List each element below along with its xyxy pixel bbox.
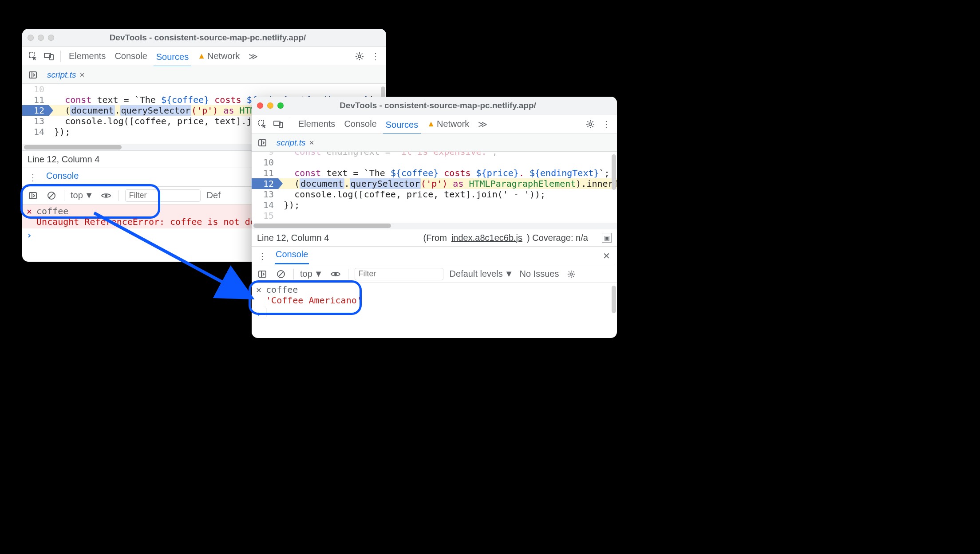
tab-console[interactable]: Console bbox=[341, 117, 379, 131]
from-label: (From bbox=[423, 233, 447, 243]
cursor-position: Line 12, Column 4 bbox=[257, 233, 329, 243]
context-select[interactable]: top▼ bbox=[71, 190, 94, 200]
svg-point-14 bbox=[589, 123, 592, 126]
context-select[interactable]: top▼ bbox=[300, 269, 323, 279]
gear-icon[interactable] bbox=[565, 268, 577, 280]
minimize-icon[interactable] bbox=[267, 102, 273, 109]
filter-input[interactable] bbox=[125, 189, 201, 202]
tabs-overflow-icon[interactable]: ≫ bbox=[475, 117, 490, 131]
device-toggle-icon[interactable] bbox=[43, 50, 55, 63]
console-result-row[interactable]: ✕ coffee 'Coffee Americano' bbox=[252, 283, 617, 307]
file-tab-label: script.ts bbox=[277, 138, 305, 148]
sidebar-toggle-icon[interactable] bbox=[27, 189, 39, 202]
cursor-position: Line 12, Column 4 bbox=[28, 154, 99, 165]
filter-input[interactable] bbox=[355, 268, 443, 280]
sidebar-toggle-icon[interactable] bbox=[256, 268, 269, 280]
line-number: 13 bbox=[252, 189, 278, 200]
line-number: 11 bbox=[22, 94, 49, 105]
tab-sources[interactable]: Sources bbox=[154, 50, 191, 67]
chevron-down-icon: ▼ bbox=[85, 190, 94, 200]
close-icon[interactable]: ✕ bbox=[600, 250, 612, 262]
file-tab-script[interactable]: script.ts × bbox=[43, 69, 88, 81]
tab-sources[interactable]: Sources bbox=[383, 118, 421, 135]
navigator-toggle-icon[interactable] bbox=[27, 69, 39, 81]
warning-icon: ▲ bbox=[427, 119, 435, 129]
code-line[interactable]: }); bbox=[278, 200, 617, 210]
tab-network[interactable]: ▲ Network bbox=[195, 49, 242, 63]
scrollbar-vertical[interactable] bbox=[612, 286, 616, 313]
more-icon[interactable]: ⋮ bbox=[27, 171, 39, 184]
titlebar[interactable]: DevTools - consistent-source-map-pc.netl… bbox=[252, 97, 617, 114]
clear-console-icon[interactable] bbox=[275, 268, 287, 280]
line-number: 12 bbox=[252, 178, 278, 189]
live-expression-icon[interactable] bbox=[100, 189, 112, 202]
chevron-down-icon: ▼ bbox=[314, 269, 323, 279]
code-line[interactable]: const text = `The ${coffee} costs ${pric… bbox=[278, 168, 617, 178]
warning-icon: ▲ bbox=[198, 51, 205, 61]
more-icon[interactable]: ⋮ bbox=[369, 50, 382, 63]
devtools-window-right: DevTools - consistent-source-map-pc.netl… bbox=[252, 97, 617, 338]
issues-label[interactable]: No Issues bbox=[519, 269, 559, 279]
close-icon[interactable] bbox=[28, 35, 34, 41]
tab-elements[interactable]: Elements bbox=[66, 49, 108, 63]
scrollbar-horizontal[interactable] bbox=[252, 223, 617, 229]
line-number: 12 bbox=[22, 105, 49, 116]
tabs-overflow-icon[interactable]: ≫ bbox=[246, 49, 261, 63]
more-icon[interactable]: ⋮ bbox=[256, 250, 269, 262]
titlebar[interactable]: DevTools - consistent-source-map-pc.netl… bbox=[22, 29, 386, 47]
close-icon[interactable]: × bbox=[309, 138, 314, 148]
tab-network-label: Network bbox=[207, 51, 240, 61]
console-expression: coffee bbox=[266, 284, 362, 295]
line-number: 10 bbox=[22, 84, 49, 94]
svg-line-20 bbox=[278, 271, 284, 277]
tab-console[interactable]: Console bbox=[112, 49, 150, 63]
drawer-tab-console[interactable]: Console bbox=[275, 248, 309, 264]
main-tabbar: Elements Console Sources ▲ Network ≫ ⋮ bbox=[22, 47, 386, 66]
tab-network[interactable]: ▲ Network bbox=[424, 117, 472, 131]
log-levels-select[interactable]: Def bbox=[207, 190, 221, 200]
file-tab-script[interactable]: script.ts × bbox=[273, 137, 318, 149]
line-number: 10 bbox=[252, 157, 278, 168]
drawer-header: ⋮ Console ✕ bbox=[252, 247, 617, 265]
drawer-tab-console[interactable]: Console bbox=[45, 169, 79, 186]
error-icon: ✕ bbox=[27, 206, 32, 216]
svg-rect-6 bbox=[29, 193, 36, 199]
line-number: 9 bbox=[252, 152, 278, 157]
device-toggle-icon[interactable] bbox=[272, 118, 285, 130]
svg-point-21 bbox=[334, 273, 337, 275]
minimize-icon[interactable] bbox=[38, 35, 44, 41]
inspect-icon[interactable] bbox=[27, 50, 39, 63]
tab-elements[interactable]: Elements bbox=[296, 117, 338, 131]
log-levels-select[interactable]: Default levels▼ bbox=[450, 269, 514, 279]
from-file-link[interactable]: index.a8c1ec6b.js bbox=[451, 233, 522, 243]
navigator-toggle-icon[interactable] bbox=[256, 137, 269, 149]
collapse-icon[interactable]: ▣ bbox=[602, 233, 612, 243]
svg-rect-4 bbox=[29, 72, 36, 78]
scrollbar-vertical[interactable] bbox=[612, 154, 616, 190]
clear-console-icon[interactable] bbox=[45, 189, 58, 202]
svg-rect-17 bbox=[259, 271, 266, 277]
code-editor[interactable]: 9 const endingText = it is expensive. ; … bbox=[252, 152, 617, 223]
svg-line-9 bbox=[49, 193, 54, 198]
file-tabbar: script.ts × bbox=[22, 66, 386, 84]
code-line-active[interactable]: (document.querySelector('p') as HTMLPara… bbox=[278, 178, 617, 189]
gear-icon[interactable] bbox=[584, 118, 597, 130]
close-icon[interactable]: × bbox=[79, 70, 84, 80]
svg-point-10 bbox=[105, 194, 107, 197]
line-number: 14 bbox=[252, 200, 278, 210]
zoom-icon[interactable] bbox=[277, 102, 284, 109]
tab-network-label: Network bbox=[437, 119, 469, 129]
zoom-icon[interactable] bbox=[48, 35, 54, 41]
coverage-label: ) Coverage: n/a bbox=[527, 233, 588, 243]
code-line[interactable]: const endingText = it is expensive. ; bbox=[278, 152, 617, 157]
file-tab-label: script.ts bbox=[47, 70, 76, 80]
live-expression-icon[interactable] bbox=[329, 268, 342, 280]
console-input[interactable]: › bbox=[252, 307, 617, 320]
more-icon[interactable]: ⋮ bbox=[600, 118, 612, 130]
gear-icon[interactable] bbox=[353, 50, 366, 63]
code-line[interactable]: console.log([coffee, price, text].join('… bbox=[278, 189, 617, 200]
file-tabbar: script.ts × bbox=[252, 134, 617, 152]
close-icon[interactable] bbox=[257, 102, 263, 109]
inspect-icon[interactable] bbox=[256, 118, 269, 130]
close-icon[interactable]: ✕ bbox=[256, 284, 261, 295]
